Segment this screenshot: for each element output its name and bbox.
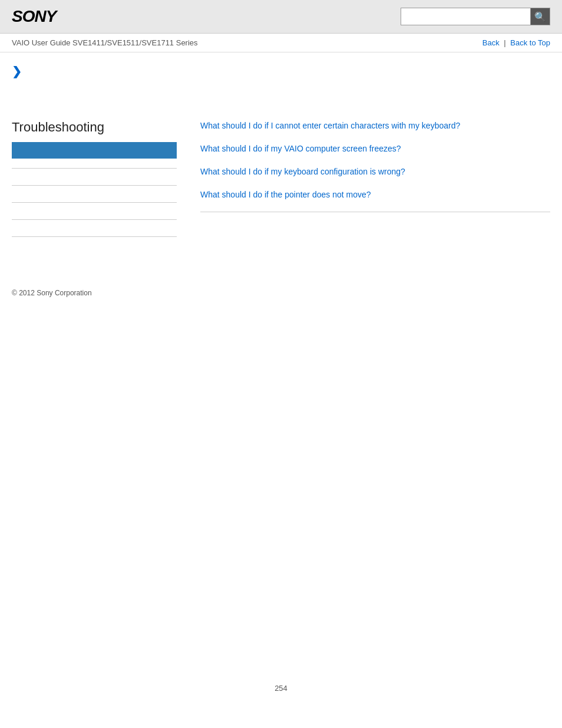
sidebar-line-1 bbox=[12, 168, 177, 169]
search-area: 🔍 bbox=[401, 8, 550, 25]
sidebar-highlight-bar bbox=[12, 142, 177, 159]
main-content: Troubleshooting What should I do if I ca… bbox=[0, 78, 562, 277]
sidebar-title: Troubleshooting bbox=[12, 120, 177, 135]
search-button[interactable]: 🔍 bbox=[530, 8, 550, 25]
sony-logo: SONY bbox=[12, 7, 56, 26]
search-input[interactable] bbox=[401, 8, 530, 25]
back-link[interactable]: Back bbox=[482, 38, 500, 47]
search-icon: 🔍 bbox=[534, 11, 546, 22]
right-content: What should I do if I cannot enter certa… bbox=[189, 90, 550, 253]
nav-separator: | bbox=[504, 38, 508, 47]
sidebar-line-5 bbox=[12, 236, 177, 237]
footer-copyright: © 2012 Sony Corporation bbox=[0, 277, 562, 309]
sidebar: Troubleshooting bbox=[12, 90, 189, 253]
sidebar-line-3 bbox=[12, 202, 177, 203]
chevron-right-icon: ❯ bbox=[12, 65, 22, 78]
topic-link-0[interactable]: What should I do if I cannot enter certa… bbox=[200, 120, 550, 132]
topic-links-container: What should I do if I cannot enter certa… bbox=[200, 120, 550, 201]
guide-title: VAIO User Guide SVE1411/SVE1511/SVE1711 … bbox=[12, 38, 198, 47]
header: SONY 🔍 bbox=[0, 0, 562, 34]
topic-link-2[interactable]: What should I do if my keyboard configur… bbox=[200, 166, 550, 178]
back-to-top-link[interactable]: Back to Top bbox=[510, 38, 550, 47]
copyright-text: © 2012 Sony Corporation bbox=[12, 289, 92, 297]
breadcrumb-bar: VAIO User Guide SVE1411/SVE1511/SVE1711 … bbox=[0, 34, 562, 52]
sidebar-line-2 bbox=[12, 185, 177, 186]
nav-links: Back | Back to Top bbox=[482, 38, 550, 47]
chevron-row: ❯ bbox=[0, 52, 562, 78]
right-divider bbox=[200, 212, 550, 212]
topic-link-3[interactable]: What should I do if the pointer does not… bbox=[200, 189, 550, 201]
page-number: 254 bbox=[0, 672, 562, 704]
sidebar-line-4 bbox=[12, 219, 177, 220]
topic-link-1[interactable]: What should I do if my VAIO computer scr… bbox=[200, 143, 550, 155]
